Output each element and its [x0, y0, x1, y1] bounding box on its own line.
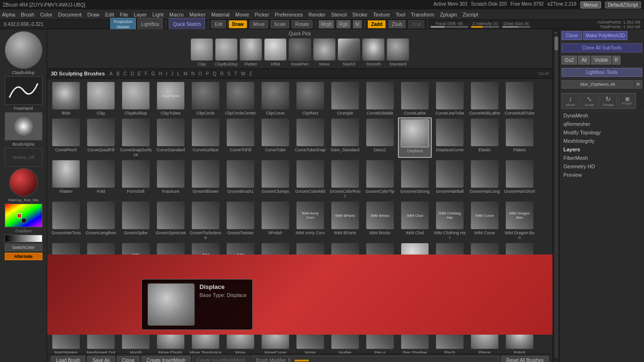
rgb-button[interactable]: Rgb [337, 20, 350, 28]
list-item[interactable]: GroomColorRoot [328, 159, 362, 199]
rotate-button[interactable]: Rotate [292, 20, 312, 28]
menu-marker[interactable]: Marker [190, 12, 206, 17]
qp-brush-move[interactable]: Move [313, 38, 336, 66]
alpha-p[interactable]: P [205, 71, 210, 76]
list-item[interactable]: CurveTriFill [223, 117, 257, 158]
color-picker[interactable] [5, 204, 42, 227]
alpha-d[interactable]: D [130, 71, 135, 76]
list-item[interactable]: GroomColorMid [293, 159, 327, 199]
zadd-button[interactable]: Zadd [368, 20, 386, 28]
qp-brush-maskpen[interactable]: MaskPen [289, 38, 311, 66]
list-item[interactable]: DisplaceCurve [433, 117, 467, 158]
menu-transform[interactable]: Transform [411, 12, 434, 17]
list-item[interactable]: ClipCircle [189, 81, 223, 116]
alpha-f[interactable]: F [144, 71, 149, 76]
list-item[interactable]: Fractrure [154, 159, 188, 199]
list-item[interactable]: GroomHairToss [49, 200, 83, 241]
list-item[interactable]: CurveLineTube [433, 81, 467, 116]
menu-texture[interactable]: Texture [373, 12, 390, 17]
list-item[interactable]: IMM ClodIMM Clod [398, 200, 432, 241]
geometry-hd-item[interactable]: Geometry HD [560, 162, 644, 171]
layers-item[interactable]: Layers [560, 145, 644, 154]
qremesher-item[interactable]: qRemesher [560, 120, 644, 128]
list-item[interactable]: GroomHairLong [468, 159, 502, 199]
list-item[interactable]: GroomColorTip [363, 159, 397, 199]
clone-brush-button[interactable]: Clone [117, 356, 140, 362]
list-item[interactable]: GroomHairShort [503, 159, 537, 199]
zsub-button[interactable]: Zsub [388, 20, 405, 28]
menu-draw[interactable]: Draw [87, 12, 99, 17]
list-item[interactable]: GroomBrush1 [223, 159, 257, 199]
menu-zplugin[interactable]: Zplugin [440, 12, 457, 17]
lightbox-tools-button[interactable]: Lightbox› Tools [561, 68, 642, 77]
modify-topology-item[interactable]: Modify Topology [560, 128, 644, 137]
menu-brush[interactable]: Brush [21, 12, 34, 17]
m-button[interactable]: M [353, 20, 362, 28]
dynamesh-item[interactable]: DynaMesh [560, 111, 644, 120]
list-item[interactable]: CurveMultiLathe [468, 81, 502, 116]
list-item[interactable]: CurveSnapSurface [119, 117, 153, 158]
create-insertmesh-button[interactable]: Create InsertMesh [141, 356, 190, 362]
menu-zscript[interactable]: Zscript [462, 12, 478, 17]
list-item[interactable]: GroomBlower [189, 159, 223, 199]
alpha-h[interactable]: H [158, 71, 163, 76]
menu-picker[interactable]: Picker [255, 12, 269, 17]
list-item[interactable]: Flakes [503, 117, 537, 158]
qp-brush-inflat[interactable]: Inflat [264, 38, 287, 66]
list-item[interactable]: ClipCurve [258, 81, 292, 116]
list-item[interactable]: Blob [49, 81, 83, 116]
make-polymesh-button[interactable]: Make PolyMesh3D [583, 31, 627, 40]
alpha-e[interactable]: E [137, 71, 142, 76]
menu-document[interactable]: Document [58, 12, 82, 17]
alpha-z[interactable]: Z [248, 71, 253, 76]
menu-file[interactable]: File [120, 12, 128, 17]
reset-brushes-button[interactable]: Reset All Brushes [501, 356, 549, 362]
list-item[interactable]: IMM Clothing HarIMM Clothing Har [433, 200, 467, 241]
alpha-j[interactable]: J [170, 71, 174, 76]
alpha-g[interactable]: G [150, 71, 156, 76]
qp-brush-slash3[interactable]: Slash3 [338, 38, 360, 66]
skin-button[interactable]: Skin_ZSphere1.49 [561, 80, 634, 89]
qp-brush-flatten[interactable]: Flatten [239, 38, 262, 66]
list-item[interactable]: FormSoft [119, 159, 153, 199]
draw-button[interactable]: Draw [229, 20, 247, 28]
list-item[interactable]: ClayBuildup [119, 81, 153, 116]
list-item[interactable]: IMM Dragon BonIMM Dragon Bon [503, 200, 537, 241]
alpha-c[interactable]: C [123, 71, 128, 76]
list-item[interactable]: IMM Army CurvIMM Army Curv [293, 200, 327, 241]
list-item[interactable]: CurveEditable [363, 81, 397, 116]
alpha-t[interactable]: T [233, 71, 238, 76]
menu-color[interactable]: Color [40, 12, 52, 17]
alpha-s[interactable]: S [226, 71, 231, 76]
alpha-l[interactable]: L [176, 71, 181, 76]
list-item[interactable]: CurveLathe [398, 81, 432, 116]
zcut-button[interactable]: Zcut [408, 20, 424, 28]
menu-movie[interactable]: Movie [235, 12, 249, 17]
qp-brush-claybuildup[interactable]: ClayBuildup [215, 38, 238, 66]
alpha-o[interactable]: O [198, 71, 203, 76]
alpha-w[interactable]: W [240, 71, 246, 76]
list-item[interactable]: GroomSpinKnot [154, 200, 188, 241]
menu-stroke[interactable]: Stroke [352, 12, 367, 17]
menus-button[interactable]: Menus [580, 1, 601, 8]
qp-brush-smooth[interactable]: Smooth [362, 38, 385, 66]
preview-item[interactable]: Preview [560, 171, 644, 179]
menu-alpha[interactable]: Alpha [2, 12, 15, 17]
list-item[interactable]: ClipCircleCenter [223, 81, 257, 116]
clone-button[interactable]: Clone [561, 31, 582, 40]
list-item[interactable]: GroomLengthen [84, 200, 118, 241]
scroll-thumb[interactable] [554, 36, 558, 50]
list-item[interactable]: GroomClumps [258, 159, 292, 199]
visible-button[interactable]: Visible [591, 56, 611, 65]
list-item[interactable]: GroomSpike [119, 200, 153, 241]
list-item[interactable]: Fold [84, 159, 118, 199]
all-button[interactable]: All [578, 56, 590, 65]
menu-tool[interactable]: Tool [396, 12, 405, 17]
menu-stencil[interactable]: Stencil [331, 12, 347, 17]
list-item[interactable]: Flatten [49, 159, 83, 199]
list-item[interactable]: Deco1 [363, 117, 397, 158]
scale-icon-btn[interactable]: ⤡ Scale [580, 93, 598, 109]
list-item[interactable]: IMM BricksIMM Bricks [363, 200, 397, 241]
list-item[interactable]: CurveMultiTube [503, 81, 537, 116]
menu-material[interactable]: Material [211, 12, 230, 17]
